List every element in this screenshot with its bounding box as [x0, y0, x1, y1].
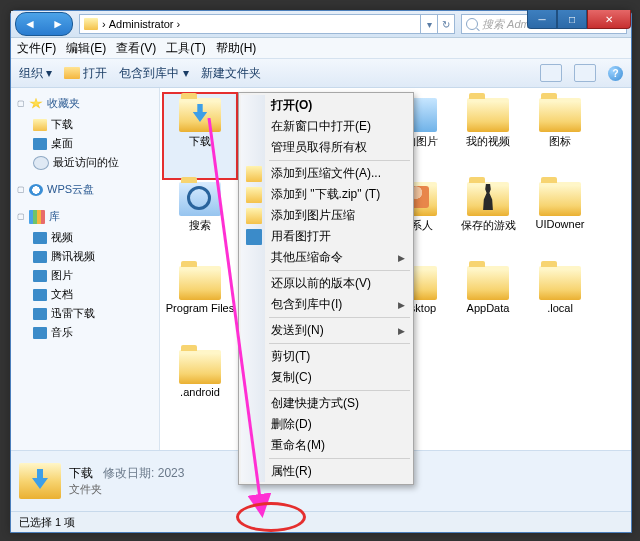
- ctx-include-library[interactable]: 包含到库中(I)▶: [241, 294, 411, 315]
- submenu-arrow-icon: ▶: [398, 300, 405, 310]
- desktop-icon: [33, 138, 47, 150]
- menu-help[interactable]: 帮助(H): [216, 40, 257, 57]
- submenu-arrow-icon: ▶: [398, 253, 405, 263]
- folder-android[interactable]: .android: [164, 346, 236, 430]
- address-text: Administrator ›: [109, 18, 181, 30]
- toolbar-new-folder[interactable]: 新建文件夹: [201, 65, 261, 82]
- ctx-add-to-zip[interactable]: 添加到 "下载.zip" (T): [241, 184, 411, 205]
- selected-name: 下载: [69, 466, 93, 480]
- selected-folder-icon: [19, 463, 61, 499]
- expand-icon: ▢: [17, 212, 25, 221]
- ctx-restore-previous[interactable]: 还原以前的版本(V): [241, 273, 411, 294]
- sidebar-xunlei[interactable]: 迅雷下载: [15, 304, 155, 323]
- sidebar-documents[interactable]: 文档: [15, 285, 155, 304]
- body: ▢ 收藏夹 下载 桌面 最近访问的位 ▢ WPS云盘 ▢: [11, 88, 631, 450]
- ctx-send-to[interactable]: 发送到(N)▶: [241, 320, 411, 341]
- video-icon: [33, 232, 47, 244]
- maximize-button[interactable]: □: [557, 10, 587, 29]
- folder-icon: [539, 182, 581, 216]
- ctx-copy[interactable]: 复制(C): [241, 367, 411, 388]
- video-icon: [33, 251, 47, 263]
- download-icon: [33, 308, 47, 320]
- open-icon: [64, 67, 80, 79]
- menu-view[interactable]: 查看(V): [116, 40, 156, 57]
- back-icon: ◄: [24, 17, 36, 31]
- folder-uidowner[interactable]: UIDowner: [524, 178, 596, 262]
- navigation-pane: ▢ 收藏夹 下载 桌面 最近访问的位 ▢ WPS云盘 ▢: [11, 88, 160, 450]
- folder-icon: [179, 98, 221, 132]
- sidebar-music[interactable]: 音乐: [15, 323, 155, 342]
- ctx-create-shortcut[interactable]: 创建快捷方式(S): [241, 393, 411, 414]
- folder-local[interactable]: .local: [524, 262, 596, 346]
- selected-type: 文件夹: [69, 482, 184, 497]
- folder-icon: [467, 266, 509, 300]
- nav-back-forward[interactable]: ◄ ►: [15, 12, 73, 36]
- games-icon: [467, 182, 509, 216]
- toolbar-organize[interactable]: 组织 ▾: [19, 65, 52, 82]
- explorer-window: ─ □ ✕ ◄ ► › Administrator › ▾ ↻ 搜索 Admin…: [10, 10, 632, 533]
- search-folder-icon: [179, 182, 221, 216]
- status-text: 已选择 1 项: [19, 515, 75, 530]
- folder-my-videos[interactable]: 我的视频: [452, 94, 524, 178]
- refresh-button[interactable]: ↻: [438, 14, 455, 34]
- folder-icons[interactable]: 图标: [524, 94, 596, 178]
- ctx-add-archive[interactable]: 添加到压缩文件(A)...: [241, 163, 411, 184]
- status-bar: 已选择 1 项: [11, 511, 631, 532]
- forward-icon: ►: [52, 17, 64, 31]
- preview-pane-icon[interactable]: [574, 64, 596, 82]
- address-dropdown[interactable]: ▾: [421, 14, 438, 34]
- music-icon: [33, 327, 47, 339]
- menu-edit[interactable]: 编辑(E): [66, 40, 106, 57]
- ctx-admin-ownership[interactable]: 管理员取得所有权: [241, 137, 411, 158]
- sidebar-wps[interactable]: ▢ WPS云盘: [15, 180, 155, 199]
- ctx-cut[interactable]: 剪切(T): [241, 346, 411, 367]
- menu-bar: 文件(F) 编辑(E) 查看(V) 工具(T) 帮助(H): [11, 38, 631, 59]
- folder-appdata[interactable]: AppData: [452, 262, 524, 346]
- close-button[interactable]: ✕: [587, 10, 631, 29]
- sidebar-favorites[interactable]: ▢ 收藏夹: [15, 94, 155, 113]
- sidebar-desktop[interactable]: 桌面: [15, 134, 155, 153]
- menu-file[interactable]: 文件(F): [17, 40, 56, 57]
- sidebar-recent[interactable]: 最近访问的位: [15, 153, 155, 172]
- folder-icon: [539, 98, 581, 132]
- view-options-icon[interactable]: [540, 64, 562, 82]
- search-icon: [466, 18, 478, 30]
- ctx-rename[interactable]: 重命名(M): [241, 435, 411, 456]
- expand-icon: ▢: [17, 99, 25, 108]
- ctx-open-new-window[interactable]: 在新窗口中打开(E): [241, 116, 411, 137]
- ctx-add-image-zip[interactable]: 添加到图片压缩: [241, 205, 411, 226]
- sidebar-downloads[interactable]: 下载: [15, 115, 155, 134]
- sidebar-videos[interactable]: 视频: [15, 228, 155, 247]
- folder-icon: [179, 266, 221, 300]
- menu-tools[interactable]: 工具(T): [166, 40, 205, 57]
- folder-program-files[interactable]: Program Files: [164, 262, 236, 346]
- ctx-delete[interactable]: 删除(D): [241, 414, 411, 435]
- toolbar-include-library[interactable]: 包含到库中 ▾: [119, 65, 188, 82]
- folder-icon: [467, 98, 509, 132]
- ctx-open[interactable]: 打开(O): [241, 95, 411, 116]
- toolbar-open[interactable]: 打开: [64, 65, 107, 82]
- minimize-button[interactable]: ─: [527, 10, 557, 29]
- window-controls: ─ □ ✕: [527, 10, 631, 29]
- ctx-properties[interactable]: 属性(R): [241, 461, 411, 482]
- folder-search[interactable]: 搜索: [164, 178, 236, 262]
- zip-icon: [246, 208, 262, 224]
- wps-icon: [29, 184, 43, 196]
- recent-icon: [33, 156, 49, 170]
- toolbar: 组织 ▾ 打开 包含到库中 ▾ 新建文件夹 ?: [11, 59, 631, 88]
- address-bar[interactable]: › Administrator ›: [79, 14, 421, 34]
- folder-icon: [179, 350, 221, 384]
- help-icon[interactable]: ?: [608, 66, 623, 81]
- folder-downloads[interactable]: 下载: [164, 94, 236, 178]
- folder-saved-games[interactable]: 保存的游戏: [452, 178, 524, 262]
- folder-icon: [33, 119, 47, 131]
- documents-icon: [33, 289, 47, 301]
- modified-value: 2023: [158, 466, 185, 480]
- library-icon: [29, 210, 45, 224]
- sidebar-libraries[interactable]: ▢ 库: [15, 207, 155, 226]
- ctx-other-compress[interactable]: 其他压缩命令▶: [241, 247, 411, 268]
- sidebar-tencent-video[interactable]: 腾讯视频: [15, 247, 155, 266]
- context-menu: 打开(O) 在新窗口中打开(E) 管理员取得所有权 添加到压缩文件(A)... …: [238, 92, 414, 485]
- sidebar-pictures[interactable]: 图片: [15, 266, 155, 285]
- ctx-open-image[interactable]: 用看图打开: [241, 226, 411, 247]
